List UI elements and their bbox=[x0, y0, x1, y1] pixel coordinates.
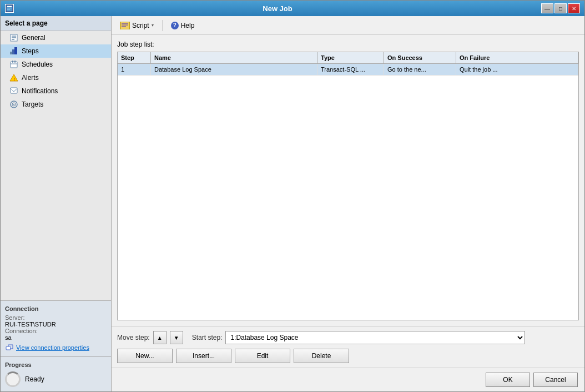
steps-icon bbox=[9, 47, 18, 56]
move-step-group: Move step: ▲ ▼ bbox=[117, 331, 183, 344]
progress-status: Ready bbox=[25, 375, 44, 383]
sidebar-item-schedules[interactable]: Schedules bbox=[1, 58, 111, 71]
toolbar-separator bbox=[162, 20, 163, 31]
edit-button[interactable]: Edit bbox=[235, 349, 290, 363]
notifications-icon bbox=[9, 87, 18, 96]
svg-rect-13 bbox=[14, 61, 16, 63]
insert-button[interactable]: Insert... bbox=[176, 349, 231, 363]
bottom-controls: Move step: ▲ ▼ Start step: 1:Database Lo… bbox=[112, 326, 584, 368]
progress-header: Progress bbox=[5, 361, 107, 368]
maximize-button[interactable]: □ bbox=[554, 3, 567, 13]
job-step-table: Step Name Type On Success On Failure 1 D… bbox=[117, 52, 579, 320]
cell-step: 1 bbox=[118, 64, 151, 75]
svg-point-20 bbox=[13, 104, 14, 105]
job-step-list-label: Job step list: bbox=[117, 41, 579, 48]
sidebar-item-steps-label: Steps bbox=[22, 47, 39, 55]
targets-icon bbox=[9, 100, 18, 109]
cell-type: Transact-SQL ... bbox=[317, 64, 384, 75]
sidebar-item-notifications[interactable]: Notifications bbox=[1, 84, 111, 98]
new-job-window: New Job — □ ✕ Select a page General bbox=[0, 0, 585, 392]
connection-label: Connection: bbox=[5, 328, 107, 334]
header-onfailure: On Failure bbox=[456, 52, 578, 63]
content-area: Job step list: Step Name Type On Success… bbox=[112, 35, 584, 326]
script-button[interactable]: Script ▾ bbox=[116, 19, 158, 32]
move-down-button[interactable]: ▼ bbox=[170, 331, 183, 344]
help-icon: ? bbox=[171, 22, 179, 29]
svg-rect-12 bbox=[12, 61, 13, 63]
cancel-button[interactable]: Cancel bbox=[533, 373, 578, 387]
connection-section: Connection Server: RUI-TEST\STUDR Connec… bbox=[1, 300, 111, 356]
general-icon bbox=[9, 33, 18, 42]
sidebar-item-alerts-label: Alerts bbox=[22, 74, 39, 82]
view-connection-link[interactable]: View connection properties bbox=[5, 343, 107, 352]
sidebar-item-targets-label: Targets bbox=[22, 100, 43, 108]
header-onsuccess: On Success bbox=[384, 52, 456, 63]
move-start-row: Move step: ▲ ▼ Start step: 1:Database Lo… bbox=[117, 331, 579, 344]
server-value: RUI-TEST\STUDR bbox=[5, 321, 107, 328]
sidebar: Select a page General bbox=[1, 16, 112, 391]
script-icon bbox=[120, 22, 130, 29]
footer: OK Cancel bbox=[112, 368, 584, 391]
window-title: New Job bbox=[14, 4, 541, 13]
window-icon bbox=[5, 4, 14, 13]
script-label: Script bbox=[132, 22, 149, 29]
table-header: Step Name Type On Success On Failure bbox=[118, 52, 578, 64]
progress-content: Ready bbox=[5, 371, 107, 387]
svg-rect-10 bbox=[14, 47, 17, 54]
sidebar-item-notifications-label: Notifications bbox=[22, 87, 58, 95]
sidebar-item-targets[interactable]: Targets bbox=[1, 98, 111, 111]
header-step: Step bbox=[118, 52, 151, 63]
cell-onfailure: Quit the job ... bbox=[456, 64, 578, 75]
help-label: Help bbox=[181, 22, 195, 29]
main-content: Script ▾ ? Help Job step list: Step Name… bbox=[112, 16, 584, 391]
svg-rect-21 bbox=[6, 346, 11, 350]
svg-rect-1 bbox=[7, 6, 12, 7]
start-step-select[interactable]: 1:Database Log Space bbox=[225, 331, 525, 344]
svg-rect-11 bbox=[11, 62, 17, 68]
table-row[interactable]: 1 Database Log Space Transact-SQL ... Go… bbox=[118, 64, 578, 76]
schedules-icon bbox=[9, 60, 18, 69]
connection-value: sa bbox=[5, 334, 107, 341]
action-buttons: New... Insert... Edit Delete bbox=[117, 349, 579, 363]
help-button[interactable]: ? Help bbox=[167, 19, 199, 32]
sidebar-item-alerts[interactable]: ! Alerts bbox=[1, 71, 111, 84]
title-bar: New Job — □ ✕ bbox=[1, 1, 584, 16]
svg-rect-17 bbox=[11, 88, 17, 93]
server-label: Server: bbox=[5, 314, 107, 321]
sidebar-header: Select a page bbox=[1, 16, 111, 31]
cell-onsuccess: Go to the ne... bbox=[384, 64, 456, 75]
close-button[interactable]: ✕ bbox=[568, 3, 580, 13]
cell-name: Database Log Space bbox=[151, 64, 317, 75]
link-icon bbox=[5, 343, 14, 352]
start-step-group: Start step: 1:Database Log Space bbox=[192, 331, 526, 344]
svg-rect-3 bbox=[7, 9, 10, 9]
sidebar-spacer bbox=[1, 111, 111, 300]
new-button[interactable]: New... bbox=[117, 349, 173, 363]
window-controls: — □ ✕ bbox=[541, 3, 580, 13]
header-type: Type bbox=[317, 52, 384, 63]
sidebar-item-schedules-label: Schedules bbox=[22, 61, 53, 68]
script-dropdown-arrow: ▾ bbox=[152, 23, 154, 28]
ok-button[interactable]: OK bbox=[486, 373, 530, 387]
minimize-button[interactable]: — bbox=[541, 3, 553, 13]
move-up-button[interactable]: ▲ bbox=[153, 331, 167, 344]
progress-spinner bbox=[5, 371, 21, 387]
move-step-label: Move step: bbox=[117, 334, 150, 341]
header-name: Name bbox=[151, 52, 317, 63]
svg-text:!: ! bbox=[14, 77, 16, 82]
svg-rect-2 bbox=[7, 8, 12, 8]
connection-header: Connection bbox=[5, 305, 107, 312]
svg-rect-22 bbox=[120, 22, 129, 29]
sidebar-item-general[interactable]: General bbox=[1, 31, 111, 44]
view-connection-label: View connection properties bbox=[16, 344, 89, 351]
toolbar: Script ▾ ? Help bbox=[112, 16, 584, 35]
sidebar-item-general-label: General bbox=[22, 34, 46, 42]
start-step-label: Start step: bbox=[192, 334, 223, 341]
progress-section: Progress Ready bbox=[1, 356, 111, 391]
delete-button[interactable]: Delete bbox=[294, 349, 349, 363]
alerts-icon: ! bbox=[9, 73, 18, 82]
window-body: Select a page General bbox=[1, 16, 584, 391]
sidebar-item-steps[interactable]: Steps bbox=[1, 44, 111, 58]
